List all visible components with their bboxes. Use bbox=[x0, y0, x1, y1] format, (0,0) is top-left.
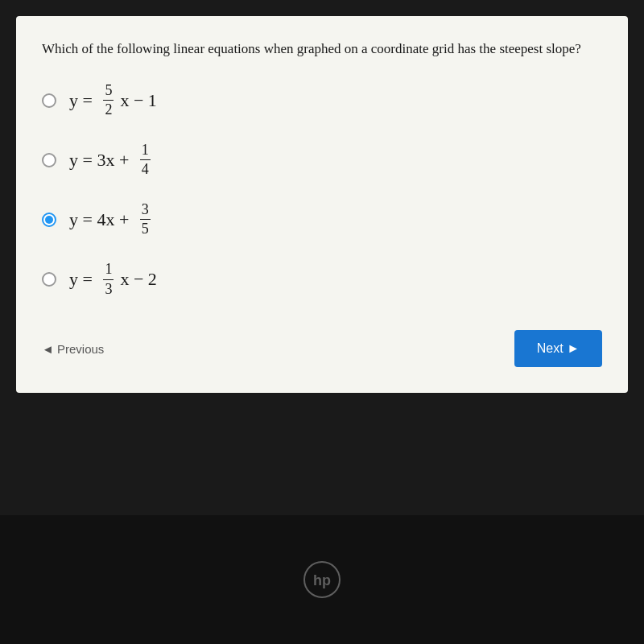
fraction-b: 14 bbox=[140, 142, 151, 179]
options-list: y = 52x − 1 y = 3x + 14 y = 4x + 35 bbox=[42, 82, 602, 299]
question-text: Which of the following linear equations … bbox=[42, 39, 602, 60]
fraction-c: 35 bbox=[140, 201, 151, 238]
screen: Which of the following linear equations … bbox=[0, 0, 644, 644]
list-item[interactable]: y = 3x + 14 bbox=[42, 142, 602, 179]
radio-option-c[interactable] bbox=[42, 213, 56, 227]
equation-b: y = 3x + 14 bbox=[69, 142, 152, 179]
radio-option-b[interactable] bbox=[42, 153, 56, 167]
svg-text:hp: hp bbox=[313, 572, 331, 588]
equation-c: y = 4x + 35 bbox=[69, 201, 152, 238]
equation-d: y = 13x − 2 bbox=[69, 261, 157, 298]
next-button[interactable]: Next ► bbox=[514, 330, 602, 367]
list-item[interactable]: y = 13x − 2 bbox=[42, 261, 602, 298]
list-item[interactable]: y = 4x + 35 bbox=[42, 201, 602, 238]
nav-bar: ◄ Previous Next ► bbox=[42, 330, 602, 367]
fraction-a: 52 bbox=[103, 82, 114, 119]
hp-logo-icon: hp bbox=[302, 559, 342, 600]
bottom-bar: hp bbox=[0, 515, 644, 644]
radio-option-a[interactable] bbox=[42, 93, 56, 108]
quiz-container: Which of the following linear equations … bbox=[16, 16, 628, 393]
previous-button[interactable]: ◄ Previous bbox=[42, 342, 104, 356]
list-item[interactable]: y = 52x − 1 bbox=[42, 82, 602, 119]
fraction-d: 13 bbox=[103, 261, 114, 298]
equation-a: y = 52x − 1 bbox=[69, 82, 157, 119]
radio-option-d[interactable] bbox=[42, 272, 56, 287]
